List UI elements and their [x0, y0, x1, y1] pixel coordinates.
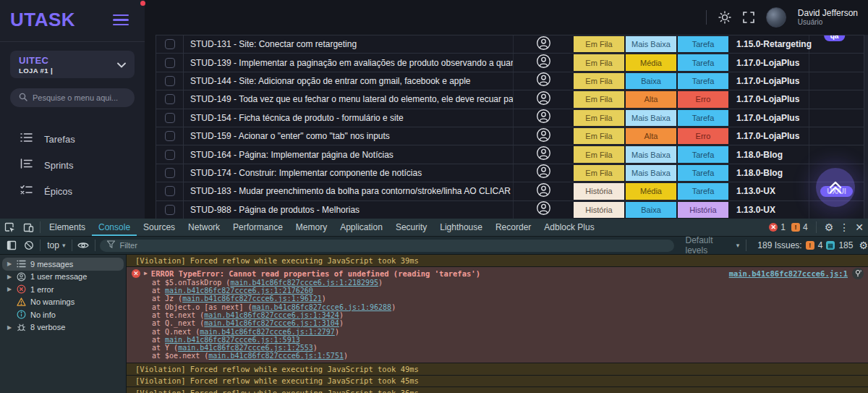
task-title[interactable]: STUD-159 - Acionar o "enter" como "tab" … — [184, 127, 514, 145]
console-filter-verbose[interactable]: ▶8 verbose — [2, 321, 124, 334]
priority-chip[interactable]: Mais Baixa — [626, 165, 676, 181]
devtools-tab-memory[interactable]: Memory — [289, 219, 333, 236]
toolbar-settings-gear-icon[interactable]: ⚙ — [859, 240, 868, 250]
stack-source-link[interactable]: main.b41c86fc827ccce6.js:1:96121 — [182, 295, 322, 303]
devtools-tab-console[interactable]: Console — [92, 219, 137, 236]
type-chip[interactable]: Tarefa — [678, 146, 728, 162]
devtools-tab-performance[interactable]: Performance — [226, 219, 289, 236]
fullscreen-icon[interactable] — [743, 12, 754, 23]
priority-chip[interactable]: Baixa — [626, 73, 676, 89]
settings-gear-icon[interactable]: ⚙ — [825, 222, 834, 232]
table-row[interactable]: STUD-164 - Página: Implementar página de… — [156, 145, 864, 164]
stack-source-link[interactable]: main.b41c86fc827ccce6.js:1:5913 — [165, 336, 300, 344]
theme-toggle-icon[interactable] — [718, 11, 731, 24]
type-chip[interactable]: Erro — [678, 128, 728, 144]
status-chip[interactable]: Em Fila — [574, 146, 624, 162]
priority-chip[interactable]: Alta — [626, 91, 676, 107]
stack-source-link[interactable]: main.b41c86fc827ccce6.js:1:3104 — [204, 319, 339, 327]
sidebar-item-sprints[interactable]: Sprints — [0, 152, 145, 178]
row-checkbox[interactable] — [165, 39, 175, 49]
table-row[interactable]: STUD-174 - Construir: Implementar compon… — [156, 164, 864, 182]
table-row[interactable]: STUD-183 - Mudar preenchimento da bolha … — [156, 182, 864, 200]
assignee-cell[interactable] — [514, 54, 573, 71]
console-filter-info[interactable]: No info — [2, 308, 124, 321]
table-row[interactable]: STUD-144 - Site: Adicionar opção de entr… — [156, 72, 864, 90]
device-toolbar-icon[interactable] — [19, 219, 38, 236]
row-checkbox[interactable] — [165, 205, 175, 215]
table-row[interactable]: STUD-988 - Página de produtos - Melhoria… — [156, 201, 864, 219]
stack-source-link[interactable]: main.b41c86fc827ccce6.js:1:2182995 — [230, 279, 378, 287]
table-row[interactable]: STUD-149 - Toda vez que eu fechar o menu… — [156, 90, 864, 109]
log-levels-dropdown[interactable]: Default levels ▾ — [681, 235, 744, 255]
status-chip[interactable]: Em Fila — [574, 165, 624, 181]
task-title[interactable]: STUD-131 - Site: Conectar com retargetin… — [184, 35, 514, 53]
assignee-cell[interactable] — [514, 164, 573, 182]
stack-source-link[interactable]: main.b41c86fc827ccce6.js:1:2176260 — [165, 287, 313, 295]
row-checkbox[interactable] — [165, 168, 175, 178]
status-chip[interactable]: Em Fila — [574, 91, 624, 107]
assignee-cell[interactable] — [514, 109, 573, 127]
expand-caret-icon[interactable]: ▶ — [7, 324, 12, 331]
type-chip[interactable]: Tarefa — [678, 54, 728, 70]
priority-chip[interactable]: Mais Baixa — [626, 110, 676, 126]
devtools-tab-recorder[interactable]: Recorder — [489, 219, 537, 236]
task-title[interactable]: STUD-154 - Ficha técnica de produto - fo… — [184, 109, 514, 127]
priority-chip[interactable]: Média — [626, 183, 676, 199]
clear-console-icon[interactable] — [20, 237, 38, 254]
status-chip[interactable]: Em Fila — [574, 36, 624, 52]
sidebar-item-tasks[interactable]: Tarefas — [0, 126, 145, 152]
scroll-to-top-button[interactable] — [816, 168, 855, 207]
type-chip[interactable]: Tarefa — [678, 36, 728, 52]
sidebar-item-epics[interactable]: Épicos — [0, 178, 145, 204]
expand-caret-icon[interactable]: ▶ — [144, 270, 148, 276]
row-checkbox[interactable] — [165, 94, 175, 104]
issues-counter[interactable]: 189 Issues: ! 4 ▤ 185 — [757, 240, 853, 250]
type-chip[interactable]: História — [678, 202, 728, 218]
type-chip[interactable]: Erro — [678, 91, 728, 107]
expand-caret-icon[interactable]: ▶ — [7, 274, 12, 280]
status-chip[interactable]: Em Fila — [574, 110, 624, 126]
assignee-cell[interactable] — [514, 35, 573, 53]
task-title[interactable]: STUD-149 - Toda vez que eu fechar o menu… — [184, 90, 514, 108]
error-source-link[interactable]: main.b41c86fc827ccce6.js:1 — [729, 269, 848, 278]
console-filter-messages[interactable]: ▶9 messages — [2, 258, 124, 271]
menu-icon[interactable] — [113, 14, 129, 26]
devtools-tab-network[interactable]: Network — [182, 219, 226, 236]
inspect-element-icon[interactable] — [0, 219, 19, 236]
type-chip[interactable]: Tarefa — [678, 110, 728, 126]
close-devtools-icon[interactable]: ✕ — [855, 222, 864, 232]
row-checkbox[interactable] — [165, 131, 175, 141]
task-title[interactable]: STUD-164 - Página: Implementar página de… — [184, 145, 514, 163]
status-chip[interactable]: História — [574, 202, 624, 218]
status-chip[interactable]: Em Fila — [574, 73, 624, 89]
live-expression-eye-icon[interactable] — [75, 237, 92, 254]
row-checkbox[interactable] — [165, 113, 175, 123]
devtools-tab-sources[interactable]: Sources — [137, 219, 182, 236]
console-filter-input[interactable]: Filter — [100, 240, 673, 252]
row-checkbox[interactable] — [165, 58, 175, 68]
stack-source-link[interactable]: main.b41c86fc827ccce6.js:1:2553 — [178, 344, 313, 352]
console-filter-error[interactable]: ▶1 error — [2, 283, 124, 296]
task-title[interactable]: STUD-139 - Implementar a paginação em av… — [184, 54, 514, 71]
expand-caret-icon[interactable]: ▶ — [7, 261, 12, 267]
assignee-cell[interactable] — [514, 145, 573, 163]
table-row[interactable]: STUD-154 - Ficha técnica de produto - fo… — [156, 109, 864, 127]
menu-search-input[interactable]: Pesquise o menu aqui... — [10, 88, 135, 107]
task-title[interactable]: STUD-174 - Construir: Implementar compon… — [184, 164, 514, 182]
devtools-tab-lighthouse[interactable]: Lighthouse — [433, 219, 489, 236]
row-checkbox[interactable] — [165, 76, 175, 86]
devtools-tab-adblock-plus[interactable]: Adblock Plus — [537, 219, 600, 236]
task-title[interactable]: STUD-183 - Mudar preenchimento da bolha … — [184, 182, 514, 200]
console-filter-warning[interactable]: No warnings — [2, 296, 124, 309]
table-row[interactable]: STUD-159 - Acionar o "enter" como "tab" … — [156, 127, 864, 145]
priority-chip[interactable]: Média — [626, 54, 676, 70]
console-filter-user[interactable]: ▶1 user message — [2, 271, 124, 284]
row-checkbox[interactable] — [165, 150, 175, 160]
type-chip[interactable]: Tarefa — [678, 183, 728, 199]
assignee-cell[interactable] — [514, 182, 573, 200]
table-scrollbar[interactable] — [864, 35, 868, 219]
status-chip[interactable]: História — [574, 183, 624, 199]
workspace-selector[interactable]: UITEC LOJA #1 | — [10, 51, 135, 78]
type-chip[interactable]: Tarefa — [678, 73, 728, 89]
console-sidebar-toggle-icon[interactable] — [3, 237, 20, 254]
